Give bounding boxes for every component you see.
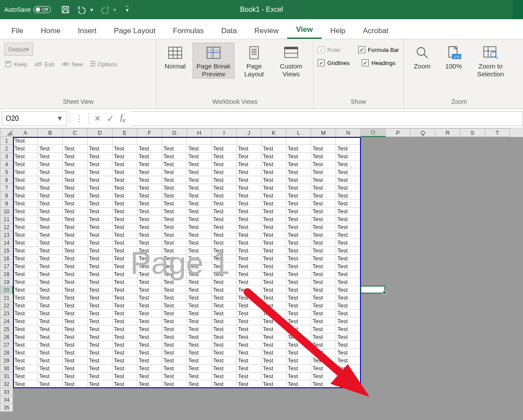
cell[interactable]: Test — [187, 184, 212, 192]
cell[interactable]: Test — [13, 380, 38, 388]
cell[interactable]: Test — [237, 168, 262, 176]
cell[interactable]: Test — [187, 278, 212, 286]
col-header-B[interactable]: B — [38, 128, 63, 137]
cell[interactable] — [435, 349, 460, 357]
cell[interactable]: Test — [187, 239, 212, 247]
cell[interactable]: Test — [38, 357, 63, 365]
row-header-20[interactable]: 20 — [0, 286, 13, 294]
cell[interactable]: Test — [63, 333, 88, 341]
cell[interactable]: Test — [112, 247, 137, 255]
cell[interactable]: Test — [88, 341, 112, 349]
cell[interactable]: Test — [187, 153, 212, 160]
cell[interactable] — [435, 310, 460, 318]
cell[interactable] — [411, 349, 435, 357]
cell[interactable] — [336, 137, 361, 145]
cell[interactable]: Test — [112, 168, 137, 176]
cell[interactable]: Test — [112, 318, 137, 325]
cell[interactable]: Test — [237, 145, 262, 153]
cell[interactable] — [63, 388, 88, 396]
keep-button[interactable]: Keep — [4, 60, 27, 68]
cell[interactable] — [460, 270, 485, 278]
cell[interactable]: Test — [112, 263, 137, 270]
col-header-D[interactable]: D — [88, 128, 112, 137]
cell[interactable]: Test — [162, 247, 187, 255]
cell[interactable]: Test — [286, 365, 311, 372]
cell[interactable] — [386, 294, 411, 302]
cell[interactable]: Test — [212, 372, 237, 380]
cell[interactable]: Test — [336, 192, 361, 200]
cell[interactable]: Test — [286, 302, 311, 310]
cell[interactable]: Test — [137, 192, 162, 200]
row-header-21[interactable]: 21 — [0, 294, 13, 302]
qat-customize-icon[interactable]: ▾ — [126, 6, 129, 13]
cell[interactable]: Test — [262, 302, 286, 310]
cell[interactable]: Test — [187, 357, 212, 365]
cell[interactable] — [386, 341, 411, 349]
cell[interactable]: Test — [262, 208, 286, 215]
cell[interactable] — [485, 168, 510, 176]
cell[interactable] — [162, 388, 187, 396]
cell[interactable] — [411, 286, 435, 294]
cell[interactable] — [386, 208, 411, 215]
cell[interactable]: Test — [212, 160, 237, 168]
cell[interactable] — [386, 137, 411, 145]
cell[interactable]: Test — [38, 200, 63, 208]
cell[interactable]: Test — [336, 270, 361, 278]
cell[interactable] — [485, 263, 510, 270]
cell[interactable] — [361, 404, 386, 412]
formula-bar-checkbox[interactable]: Formula Bar — [358, 46, 399, 53]
cell[interactable] — [435, 333, 460, 341]
cell[interactable]: Test — [212, 357, 237, 365]
cell[interactable]: Test — [112, 145, 137, 153]
cell[interactable]: Test — [112, 231, 137, 239]
cell[interactable] — [13, 404, 38, 412]
cell[interactable]: Test — [162, 192, 187, 200]
cell[interactable] — [386, 388, 411, 396]
cell[interactable]: Test — [13, 247, 38, 255]
cell[interactable]: Test — [112, 357, 137, 365]
cell[interactable]: Test — [311, 325, 336, 333]
cell[interactable] — [411, 255, 435, 263]
cell[interactable] — [38, 137, 63, 145]
cell[interactable]: Test — [88, 231, 112, 239]
cell[interactable] — [112, 396, 137, 404]
cell[interactable]: Test — [38, 215, 63, 223]
cell[interactable] — [460, 247, 485, 255]
cell[interactable] — [460, 145, 485, 153]
cell[interactable] — [286, 396, 311, 404]
cell[interactable]: Test — [162, 208, 187, 215]
cell[interactable]: Test — [162, 357, 187, 365]
cell[interactable]: Test — [137, 278, 162, 286]
cell[interactable] — [460, 153, 485, 160]
col-header-F[interactable]: F — [137, 128, 162, 137]
cell[interactable]: Test — [286, 192, 311, 200]
cell[interactable]: Test — [212, 192, 237, 200]
cell[interactable]: Test — [237, 286, 262, 294]
cell[interactable] — [435, 294, 460, 302]
cell[interactable]: Test — [88, 192, 112, 200]
cell[interactable] — [187, 404, 212, 412]
page-break-preview-button[interactable]: Page Break Preview — [193, 43, 234, 79]
cell[interactable]: Test — [212, 145, 237, 153]
cell[interactable] — [460, 357, 485, 365]
cell[interactable] — [460, 223, 485, 231]
cell[interactable]: Test — [262, 153, 286, 160]
cell[interactable]: Test — [162, 341, 187, 349]
cell[interactable]: Test — [262, 223, 286, 231]
cell[interactable] — [386, 365, 411, 372]
cell[interactable] — [485, 357, 510, 365]
cell[interactable]: Test — [112, 176, 137, 184]
cell[interactable]: Test — [262, 247, 286, 255]
cell[interactable]: Test — [162, 365, 187, 372]
cell[interactable] — [435, 137, 460, 145]
cell[interactable]: Test — [38, 286, 63, 294]
cell[interactable] — [460, 208, 485, 215]
row-header-27[interactable]: 27 — [0, 341, 13, 349]
cell[interactable] — [460, 168, 485, 176]
cell[interactable] — [435, 184, 460, 192]
cell[interactable]: Test — [311, 184, 336, 192]
cell[interactable]: Test — [88, 168, 112, 176]
cell[interactable] — [411, 263, 435, 270]
cell[interactable]: Test — [38, 372, 63, 380]
cell[interactable] — [460, 192, 485, 200]
